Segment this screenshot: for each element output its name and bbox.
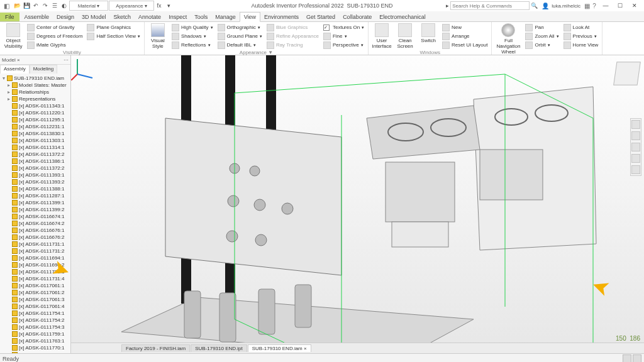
home-view-btn[interactable]: Home View	[562, 41, 600, 49]
qat-fx-icon[interactable]: fx	[155, 1, 164, 10]
qat-redo-icon[interactable]: ↷	[41, 1, 50, 10]
tree-node[interactable]: [x] ADSK-0116676:1	[1, 227, 69, 234]
qat-select-icon[interactable]: ☰	[50, 1, 59, 10]
tree-node[interactable]: [x] ADSK-0116674:1	[1, 213, 69, 220]
user-name[interactable]: luka.mihelcic	[552, 3, 580, 9]
tree-node[interactable]: [x] ADSK-0116674:2	[1, 220, 69, 227]
textures-on-dd[interactable]: Textures On ▾	[322, 23, 365, 31]
nav-pan-icon[interactable]	[631, 131, 640, 140]
tab-file[interactable]: File	[0, 13, 19, 21]
tree-node[interactable]: ▾SUB-179310 END.iam	[1, 75, 69, 82]
tab-3dmodel[interactable]: 3D Model	[78, 13, 110, 21]
tree-node[interactable]: [x] ADSK-0111770:2	[1, 351, 69, 353]
maximize-button[interactable]: ☐	[613, 1, 627, 10]
tree-node[interactable]: [x] ADSK-0111343:1	[1, 102, 69, 109]
user-interface-button[interactable]: User Interface	[371, 23, 392, 49]
tab-environments[interactable]: Environments	[260, 13, 303, 21]
view-cube[interactable]	[613, 59, 640, 87]
search-input[interactable]	[450, 1, 530, 10]
switch-button[interactable]: Switch	[418, 23, 439, 43]
imate-glyphs-toggle[interactable]: iMate Glyphs	[26, 41, 84, 49]
tree-node[interactable]: [x] ADSK-0111399:1	[1, 199, 69, 206]
ray-tracing-btn[interactable]: Ray Tracing	[265, 41, 320, 49]
previous-view-btn[interactable]: Previous ▾	[562, 32, 600, 40]
zoom-all-btn[interactable]: Zoom All ▾	[524, 32, 560, 40]
tree-node[interactable]: [x] ADSK-0111372:2	[1, 165, 69, 172]
qat-more-icon[interactable]: ▾	[164, 1, 173, 10]
tree-node[interactable]: [x] ADSK-0111754:3	[1, 324, 69, 331]
browser-tab-modeling[interactable]: Modeling	[30, 65, 57, 74]
tree-node[interactable]: [x] ADSK-0117061:3	[1, 296, 69, 303]
browser-menu-icon[interactable]: ⋯	[64, 57, 69, 63]
tree-node[interactable]: [x] ADSK-0111770:1	[1, 344, 69, 351]
viewport[interactable]: ➤ ➤ 150 186 Factory 2019 - FINISH.iam SU…	[71, 55, 644, 353]
object-visibility-button[interactable]: Object Visibility	[3, 23, 24, 49]
center-of-gravity-toggle[interactable]: Center of Gravity	[26, 23, 84, 31]
model-tree[interactable]: ▾SUB-179310 END.iam▸Model States: Master…	[0, 74, 70, 353]
clean-screen-button[interactable]: Clean Screen	[394, 23, 416, 49]
visual-style-button[interactable]: Visual Style	[147, 23, 169, 49]
tree-node[interactable]: [x] ADSK-0111759:1	[1, 331, 69, 337]
tab-sketch[interactable]: Sketch	[110, 13, 135, 21]
tree-node[interactable]: [x] ADSK-0111220:1	[1, 109, 69, 116]
tab-electromechanical[interactable]: Electromechanical	[375, 13, 430, 21]
status-icon[interactable]	[623, 354, 631, 362]
tree-node[interactable]: [x] ADSK-0111754:1	[1, 310, 69, 317]
tab-view[interactable]: View	[240, 12, 260, 22]
tab-assemble[interactable]: Assemble	[21, 13, 53, 21]
signin-icon[interactable]: 👤	[541, 2, 549, 9]
doc-tab[interactable]: Factory 2019 - FINISH.iam	[121, 344, 190, 352]
tree-node[interactable]: [x] ADSK-0111399:2	[1, 206, 69, 213]
qat-open-icon[interactable]: 📂	[13, 1, 21, 10]
help-search[interactable]: ▸ 🔍	[446, 1, 538, 10]
tab-tools[interactable]: Tools	[191, 13, 211, 21]
new-window-btn[interactable]: New	[441, 23, 489, 31]
orbit-btn[interactable]: Orbit ▾	[524, 41, 560, 49]
tree-node[interactable]: [x] ADSK-0111295:1	[1, 116, 69, 123]
tree-node[interactable]: [x] ADSK-0116676:2	[1, 234, 69, 241]
doc-tab[interactable]: SUB-179310 END.ipt	[191, 344, 247, 352]
plane-graphics-toggle[interactable]: Plane Graphics	[86, 23, 142, 31]
shadows-dd[interactable]: Shadows ▾	[170, 32, 214, 40]
tab-getstarted[interactable]: Get Started	[303, 13, 339, 21]
tree-node[interactable]: [x] ADSK-0117061:4	[1, 303, 69, 310]
high-quality-dd[interactable]: High Quality ▾	[170, 23, 214, 31]
tab-inspect[interactable]: Inspect	[165, 13, 191, 21]
browser-header[interactable]: Model ×⋯	[0, 55, 70, 65]
tab-annotate[interactable]: Annotate	[135, 13, 165, 21]
app-switch-icon[interactable]: ▦	[583, 2, 591, 9]
tab-manage[interactable]: Manage	[211, 13, 240, 21]
tree-node[interactable]: [x] ADSK-0111372:2	[1, 151, 69, 158]
qat-dropdown-icon[interactable]: Material ▾	[69, 1, 108, 11]
nav-zoom-icon[interactable]	[631, 143, 640, 151]
full-navigation-wheel-button[interactable]: Full Navigation Wheel	[494, 23, 522, 55]
qat-undo-icon[interactable]: ↶	[31, 1, 40, 10]
tab-design[interactable]: Design	[53, 13, 78, 21]
default-ibl-dd[interactable]: Default IBL ▾	[216, 41, 264, 49]
close-button[interactable]: ✕	[628, 1, 641, 10]
tree-node[interactable]: [x] ADSK-0112231:1	[1, 123, 69, 130]
arrange-btn[interactable]: Arrange	[441, 32, 489, 40]
tree-node[interactable]: ▸Model States: Master	[1, 82, 69, 89]
ground-plane-dd[interactable]: Ground Plane ▾	[216, 32, 264, 40]
help-icon[interactable]: ?	[591, 2, 598, 9]
reflections-dd[interactable]: Reflections ▾	[170, 41, 214, 49]
tree-node[interactable]: [x] ADSK-0111314:1	[1, 144, 69, 151]
tab-collaborate[interactable]: Collaborate	[339, 13, 375, 21]
nav-lookat-icon[interactable]	[631, 165, 640, 174]
tree-node[interactable]: [x] ADSK-0111303:1	[1, 137, 69, 144]
status-icon[interactable]	[633, 354, 641, 362]
fine-dd[interactable]: Fine ▾	[322, 32, 365, 40]
look-at-btn[interactable]: Look At	[562, 23, 600, 31]
qat-material-icon[interactable]: ◐	[60, 1, 69, 10]
tree-node[interactable]: [x] ADSK-0111388:1	[1, 185, 69, 192]
search-go-icon[interactable]: 🔍	[531, 3, 538, 9]
tree-node[interactable]: [x] ADSK-0113830:1	[1, 130, 69, 137]
tree-node[interactable]: [x] ADSK-0111731:1	[1, 241, 69, 248]
tree-node[interactable]: [x] ADSK-0111386:1	[1, 158, 69, 165]
tree-node[interactable]: [x] ADSK-0117061:2	[1, 289, 69, 296]
tree-node[interactable]: [x] ADSK-0117061:1	[1, 282, 69, 289]
tree-node[interactable]: [x] ADSK-0111393:2	[1, 178, 69, 185]
tree-node[interactable]: [x] ADSK-0111287:1	[1, 192, 69, 199]
half-section-view-button[interactable]: Half Section View ▾	[86, 32, 142, 40]
